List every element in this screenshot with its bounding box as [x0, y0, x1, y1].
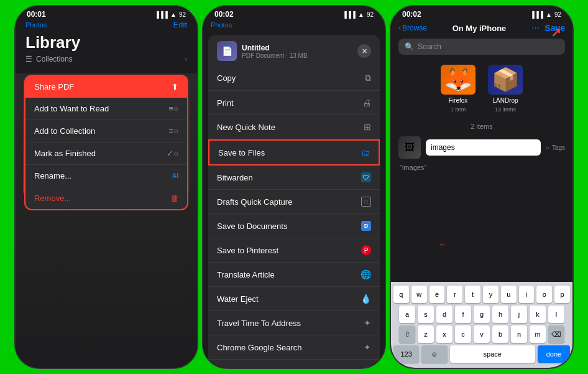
key-j[interactable]: j — [511, 306, 527, 323]
phone-2-screen: 00:02 ▐▐▐ ▲ 92 Photos 📄 Untitled PDF Doc… — [203, 6, 385, 368]
share-travel-item[interactable]: Travel Time To Address ✦ — [208, 311, 380, 335]
key-h[interactable]: h — [492, 306, 508, 323]
print-icon: 🖨 — [362, 98, 371, 108]
share-translate-item[interactable]: Translate Article 🌐 — [208, 263, 380, 287]
key-c[interactable]: c — [455, 325, 471, 343]
key-p[interactable]: p — [554, 286, 570, 303]
key-q[interactable]: q — [393, 286, 409, 303]
space-key[interactable]: space — [450, 345, 536, 363]
on-my-iphone-title: On My iPhone — [431, 24, 528, 33]
signal-icon-3: ▐▐▐ — [530, 11, 543, 18]
documents-icon: D — [361, 221, 371, 231]
numbers-key[interactable]: 123 — [393, 345, 419, 363]
quick-note-icon: ⊞ — [364, 122, 371, 132]
share-bitwarden-item[interactable]: Bitwarden 🛡 — [208, 166, 380, 190]
status-time-3: 00:02 — [402, 10, 421, 19]
browse-back[interactable]: ‹ Browse — [398, 24, 427, 32]
key-e[interactable]: e — [430, 286, 445, 303]
battery-1: 92 — [179, 11, 186, 18]
photos-back-1[interactable]: Photos — [25, 21, 47, 29]
share-water-item[interactable]: Water Eject 💧 — [208, 287, 380, 311]
share-print-item[interactable]: Print 🖨 — [208, 91, 380, 115]
wifi-icon-3: ▲ — [546, 11, 552, 18]
key-o[interactable]: o — [536, 286, 552, 303]
key-d[interactable]: d — [436, 306, 452, 323]
key-a[interactable]: a — [399, 306, 415, 323]
rename-item[interactable]: Rename... AI — [25, 165, 187, 187]
status-bar-1: 00:01 ▐▐▐ ▲ 92 — [16, 6, 197, 20]
share-documents-item[interactable]: Save to Documents D — [208, 214, 380, 238]
landrop-folder-count: 13 items — [495, 106, 516, 113]
key-b[interactable]: b — [492, 325, 508, 343]
delete-key[interactable]: ⌫ — [548, 325, 564, 343]
battery-2: 92 — [367, 11, 374, 18]
tags-button[interactable]: ○ Tags — [546, 144, 565, 151]
phone-1-screen: 00:01 ▐▐▐ ▲ 92 Photos Edit Library ☰ Col… — [16, 6, 197, 368]
key-g[interactable]: g — [474, 306, 490, 323]
key-u[interactable]: u — [501, 286, 517, 303]
key-s[interactable]: s — [418, 306, 434, 323]
close-button[interactable]: ✕ — [357, 44, 371, 58]
filename-input[interactable] — [426, 139, 541, 156]
more-button[interactable]: ··· — [531, 22, 540, 34]
bitwarden-label: Bitwarden — [217, 173, 361, 182]
keyboard-row-2: a s d f g h j k l — [393, 306, 570, 323]
key-i[interactable]: i — [519, 286, 535, 303]
share-drafts-item[interactable]: Drafts Quick Capture □ — [208, 190, 380, 214]
mark-finished-item[interactable]: Mark as Finished ✓○ — [25, 143, 187, 165]
share-menu-list: Copy ⧉ Print 🖨 New Quick Note ⊞ Save to … — [208, 66, 380, 368]
firefox-folder[interactable]: 🦊 Firefox 1 item — [441, 65, 475, 113]
share-chrome-item[interactable]: Chrome Google Search ✦ — [208, 335, 380, 360]
doc-type: PDF Document · 13 MB — [242, 52, 352, 59]
add-want-read-item[interactable]: Add to Want to Read ≡○ — [25, 98, 187, 120]
done-key[interactable]: done — [538, 345, 570, 363]
share-combine-item[interactable]: Combine Images 🧩 — [208, 360, 380, 368]
key-t[interactable]: t — [465, 286, 480, 303]
remove-label: Remove... — [34, 194, 71, 203]
edit-button-1[interactable]: Edit — [173, 20, 187, 29]
share-pdf-item[interactable]: Share PDF ⬆ — [25, 76, 187, 98]
key-k[interactable]: k — [530, 306, 546, 323]
share-copy-item[interactable]: Copy ⧉ — [208, 66, 380, 91]
shift-key[interactable]: ⇧ — [399, 325, 415, 343]
wifi-icon-2: ▲ — [358, 11, 364, 18]
tags-label: Tags — [552, 144, 565, 151]
landrop-folder-name: LANDrop — [492, 97, 518, 104]
key-z[interactable]: z — [418, 325, 434, 343]
share-quick-note-item[interactable]: New Quick Note ⊞ — [208, 115, 380, 139]
key-f[interactable]: f — [455, 306, 471, 323]
landrop-folder[interactable]: 📦 LANDrop 13 items — [488, 65, 523, 113]
rename-label: Rename... — [34, 171, 71, 180]
key-l[interactable]: l — [548, 306, 564, 323]
doc-name: Untitled — [242, 44, 352, 52]
add-collection-item[interactable]: Add to Collection ≡○ — [25, 120, 187, 143]
files-search[interactable]: 🔍 Search — [398, 39, 565, 55]
keyboard: q w e r t y u i o p a s d f g h j k — [391, 282, 572, 368]
keyboard-row-3: ⇧ z x c v b n m ⌫ — [393, 325, 570, 343]
combine-icon: 🧩 — [361, 367, 371, 368]
pinterest-label: Save to Pinterest — [217, 246, 361, 255]
emoji-key[interactable]: ☺ — [421, 345, 447, 363]
nav-bar-2: Photos — [203, 20, 385, 30]
save-to-files-item[interactable]: Save to Files 🗂 — [208, 139, 380, 166]
key-y[interactable]: y — [483, 286, 498, 303]
doc-info: Untitled PDF Document · 13 MB — [242, 44, 352, 59]
key-w[interactable]: w — [411, 286, 427, 303]
key-v[interactable]: v — [474, 325, 490, 343]
pinterest-icon: P — [361, 245, 371, 255]
key-r[interactable]: r — [447, 286, 462, 303]
status-bar-2: 00:02 ▐▐▐ ▲ 92 — [203, 6, 385, 20]
key-n[interactable]: n — [511, 325, 527, 343]
photos-back-2[interactable]: Photos — [211, 21, 232, 29]
quick-note-label: New Quick Note — [217, 123, 364, 132]
drafts-label: Drafts Quick Capture — [217, 197, 361, 207]
folder-icon: 🗂 — [361, 147, 370, 157]
tag-icon: ○ — [546, 144, 549, 151]
translate-label: Translate Article — [217, 270, 361, 279]
remove-item[interactable]: Remove... 🗑 — [25, 187, 187, 209]
share-pinterest-item[interactable]: Save to Pinterest P — [208, 238, 380, 263]
signal-icon: ▐▐▐ — [155, 11, 168, 18]
key-m[interactable]: m — [530, 325, 546, 343]
collections-bar: ☰ Collections › — [16, 54, 197, 67]
key-x[interactable]: x — [436, 325, 452, 343]
